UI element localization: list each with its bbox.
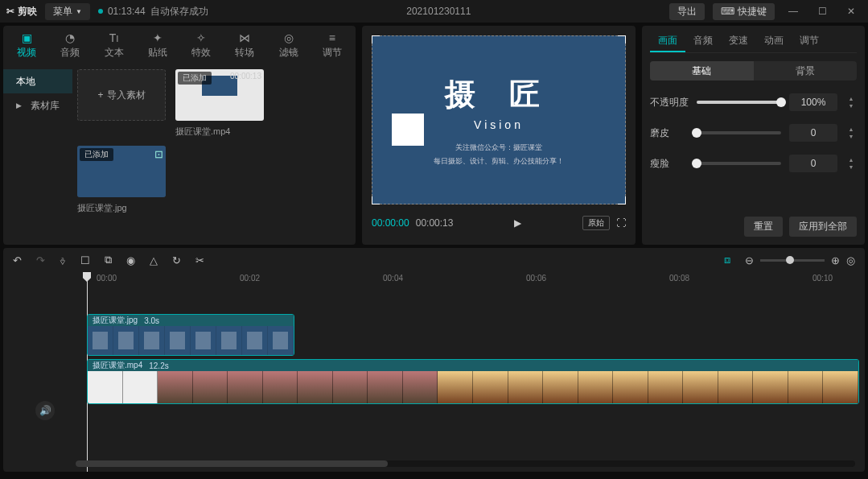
prop-tab-speed[interactable]: 变速 [721, 31, 756, 52]
prop-tab-adjust[interactable]: 调节 [792, 31, 827, 52]
preview-sub-text: Vision [474, 118, 524, 131]
sidebar-item-library[interactable]: ▶素材库 [3, 93, 72, 118]
keyboard-icon: ⌨ [721, 6, 734, 17]
undo-button[interactable]: ↶ [13, 254, 22, 266]
adjust-icon: ≡ [329, 31, 335, 44]
zoom-fit-button[interactable]: ◎ [846, 254, 855, 266]
delete-button[interactable]: ☐ [80, 254, 90, 266]
crop-button[interactable]: ⧉ [105, 254, 112, 266]
redo-button[interactable]: ↷ [36, 254, 45, 266]
apply-all-button[interactable]: 应用到全部 [789, 217, 857, 237]
tab-video[interactable]: ▣视频 [8, 29, 45, 61]
maximize-button[interactable]: ☐ [812, 6, 833, 17]
prop-tab-audio[interactable]: 音频 [685, 31, 721, 52]
added-badge: 已添加 [178, 72, 212, 85]
tab-filter[interactable]: ◎滤镜 [270, 29, 307, 61]
preview-viewport[interactable]: 摄 匠 Vision 关注微信公众号：摄匠课堂 每日摄影、设计、剪辑、办公技能分… [372, 35, 626, 204]
tab-text[interactable]: TI文本 [96, 29, 133, 61]
rotate-button[interactable]: ↻ [172, 254, 181, 266]
mute-track-button[interactable]: 🔊 [35, 401, 55, 420]
opacity-stepper[interactable]: ▲▼ [845, 96, 857, 109]
media-item[interactable]: 已添加⊡ 摄匠课堂.jpg [77, 146, 166, 214]
transition-icon: ⋈ [239, 31, 250, 44]
export-button[interactable]: 导出 [669, 3, 705, 20]
seg-basic[interactable]: 基础 [650, 61, 754, 81]
freeze-button[interactable]: ◉ [126, 254, 135, 266]
media-tab-bar: ▣视频 ◔音频 TI文本 ✦贴纸 ✧特效 ⋈转场 ◎滤镜 ≡调节 [3, 26, 356, 64]
magnet-button[interactable]: ⧈ [724, 254, 730, 266]
video-icon: ▣ [22, 31, 32, 44]
media-panel: ▣视频 ◔音频 TI文本 ✦贴纸 ✧特效 ⋈转场 ◎滤镜 ≡调节 本地 ▶素材库… [3, 26, 356, 245]
autosave-status: 01:13:44 自动保存成功 [98, 5, 208, 19]
timeline-clip-image[interactable]: 摄匠课堂.jpg3.0s [87, 314, 294, 356]
qr-code-icon [392, 114, 424, 146]
logo-icon: ✂ [6, 6, 14, 17]
crop2-button[interactable]: ✂ [195, 254, 204, 266]
chevron-down-icon: ▼ [76, 8, 82, 15]
tab-effects[interactable]: ✧特效 [183, 29, 220, 61]
skin-stepper[interactable]: ▲▼ [845, 126, 857, 139]
media-filename: 摄匠课堂.jpg [77, 202, 166, 214]
tab-adjust[interactable]: ≡调节 [314, 29, 351, 61]
minimize-button[interactable]: — [783, 6, 804, 17]
timeline-toolbar: ↶ ↷ ⎀ ☐ ⧉ ◉ △ ↻ ✂ ⧈ ⊖ ⊕ ◎ [3, 248, 865, 272]
reset-button[interactable]: 重置 [744, 217, 783, 237]
plus-icon: + [97, 89, 103, 101]
opacity-value[interactable]: 100% [789, 93, 837, 111]
skin-value[interactable]: 0 [789, 124, 837, 142]
app-logo: ✂ 剪映 [6, 5, 37, 19]
tab-sticker[interactable]: ✦贴纸 [139, 29, 176, 61]
opacity-label: 不透明度 [650, 96, 689, 109]
zoom-slider[interactable] [760, 259, 825, 262]
ratio-button[interactable]: 原始 [582, 216, 610, 230]
play-button[interactable]: ▶ [514, 217, 521, 229]
zoom-in-button[interactable]: ⊕ [831, 254, 840, 266]
split-button[interactable]: ⎀ [60, 254, 66, 266]
time-ruler[interactable]: 00:00 00:02 00:04 00:06 00:08 00:10 [13, 272, 865, 288]
app-name: 剪映 [18, 5, 37, 19]
preview-panel: 摄 匠 Vision 关注微信公众号：摄匠课堂 每日摄影、设计、剪辑、办公技能分… [362, 26, 636, 245]
effects-icon: ✧ [196, 31, 206, 44]
duration-label: 00:00:13 [230, 72, 261, 81]
tab-transition[interactable]: ⋈转场 [226, 29, 263, 61]
time-current: 00:00:00 [372, 217, 409, 229]
import-media-button[interactable]: +导入素材 [77, 69, 166, 121]
timeline-clip-video[interactable]: 摄匠课堂.mp412.2s [87, 359, 859, 404]
chevron-right-icon: ▶ [16, 101, 22, 109]
filter-icon: ◎ [284, 31, 294, 44]
menu-button[interactable]: 菜单▼ [45, 3, 90, 20]
status-dot-icon [98, 9, 103, 14]
shortcuts-button[interactable]: ⌨快捷键 [713, 3, 775, 20]
media-item[interactable]: 已添加00:00:13 摄匠课堂.mp4 [175, 69, 264, 138]
preview-logo-text: 摄 匠 [445, 74, 553, 115]
audio-icon: ◔ [65, 31, 75, 44]
zoom-out-button[interactable]: ⊖ [745, 254, 754, 266]
titlebar: ✂ 剪映 菜单▼ 01:13:44 自动保存成功 202101230111 导出… [0, 0, 868, 23]
skin-slider[interactable] [697, 131, 781, 134]
face-slider[interactable] [697, 162, 781, 165]
preview-line2: 每日摄影、设计、剪辑、办公技能分享！ [434, 156, 564, 167]
face-value[interactable]: 0 [789, 155, 837, 172]
prop-tab-picture[interactable]: 画面 [650, 31, 685, 52]
mirror-button[interactable]: △ [150, 254, 158, 266]
text-icon: TI [109, 31, 119, 44]
prop-tab-animation[interactable]: 动画 [756, 31, 792, 52]
media-sidebar: 本地 ▶素材库 [3, 64, 72, 245]
media-filename: 摄匠课堂.mp4 [175, 126, 264, 138]
close-button[interactable]: ✕ [841, 6, 862, 17]
added-badge: 已添加 [80, 148, 113, 161]
image-type-icon: ⊡ [154, 148, 163, 160]
skin-label: 磨皮 [650, 126, 689, 140]
opacity-slider[interactable] [697, 101, 781, 104]
timeline[interactable]: 00:00 00:02 00:04 00:06 00:08 00:10 🔊 摄匠… [3, 272, 865, 472]
preview-line1: 关注微信公众号：摄匠课堂 [455, 142, 542, 153]
face-stepper[interactable]: ▲▼ [845, 157, 857, 170]
seg-background[interactable]: 背景 [754, 61, 858, 81]
tab-audio[interactable]: ◔音频 [51, 29, 88, 61]
sidebar-item-local[interactable]: 本地 [3, 69, 72, 93]
face-label: 瘦脸 [650, 157, 689, 171]
media-grid: +导入素材 已添加00:00:13 摄匠课堂.mp4 已添加⊡ 摄匠课堂.jpg [72, 64, 356, 245]
properties-panel: 画面 音频 变速 动画 调节 基础 背景 不透明度 100% ▲▼ 磨皮 0 ▲… [642, 26, 865, 245]
timeline-scrollbar[interactable] [76, 460, 855, 467]
fullscreen-button[interactable]: ⛶ [616, 217, 626, 229]
